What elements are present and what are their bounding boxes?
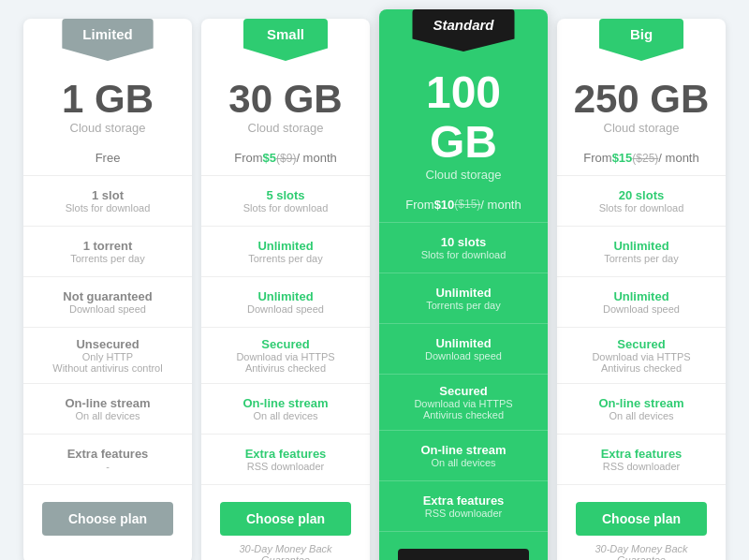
plan-feature-standard-3: SecuredDownload via HTTPS Antivirus chec… bbox=[379, 375, 548, 431]
feature-sub-small-3: Download via HTTPS Antivirus checked bbox=[236, 351, 334, 374]
feature-sub-limited-1: Torrents per day bbox=[70, 253, 144, 264]
badge-label-standard: Standard bbox=[412, 9, 514, 52]
price-strike-standard: ($15) bbox=[454, 198, 480, 211]
storage-size-standard: 100 GB bbox=[389, 68, 538, 168]
price-strike-big: ($25) bbox=[632, 152, 658, 165]
feature-main-small-3: Secured bbox=[261, 337, 309, 351]
feature-main-limited-1: 1 torrent bbox=[83, 239, 133, 253]
plan-action-big: Choose plan30-Day Money Back Guarantee bbox=[557, 485, 726, 560]
feature-sub-standard-4: On all devices bbox=[431, 457, 495, 468]
feature-sub-limited-0: Slots for download bbox=[66, 202, 151, 214]
plan-feature-small-5: Extra featuresRSS downloader bbox=[201, 435, 370, 485]
plan-price-limited: Free bbox=[23, 140, 192, 176]
feature-sub-standard-3: Download via HTTPS Antivirus checked bbox=[414, 398, 512, 420]
feature-main-standard-2: Unlimited bbox=[435, 336, 491, 350]
feature-main-small-4: On-line stream bbox=[242, 396, 328, 410]
feature-main-limited-3: Unsecured bbox=[76, 337, 139, 351]
plan-card-small: Small30 GBCloud storageFrom $5 ($9) / mo… bbox=[201, 19, 370, 560]
feature-sub-big-3: Download via HTTPS Antivirus checked bbox=[592, 351, 690, 374]
feature-main-small-5: Extra features bbox=[245, 447, 327, 461]
plan-badge-limited: Limited bbox=[23, 19, 192, 61]
plan-price-small: From $5 ($9) / month bbox=[201, 140, 370, 176]
plan-feature-big-4: On-line streamOn all devices bbox=[557, 384, 726, 435]
plan-feature-limited-5: Extra features- bbox=[23, 435, 192, 485]
feature-main-standard-0: 10 slots bbox=[441, 235, 486, 249]
badge-label-small: Small bbox=[243, 19, 328, 61]
feature-main-limited-0: 1 slot bbox=[92, 188, 124, 202]
choose-btn-big[interactable]: Choose plan bbox=[576, 502, 707, 536]
feature-main-limited-2: Not guaranteed bbox=[63, 289, 152, 303]
badge-label-limited: Limited bbox=[62, 19, 153, 61]
feature-main-limited-4: On-line stream bbox=[65, 396, 150, 410]
feature-main-small-1: Unlimited bbox=[257, 239, 313, 253]
plan-storage-big: 250 GBCloud storage bbox=[557, 61, 726, 140]
feature-sub-limited-2: Download speed bbox=[69, 303, 146, 315]
plan-feature-small-4: On-line streamOn all devices bbox=[201, 384, 370, 435]
feature-main-standard-4: On-line stream bbox=[420, 443, 506, 457]
plan-price-standard: From $10 ($15) / month bbox=[379, 187, 548, 223]
plan-feature-limited-0: 1 slotSlots for download bbox=[23, 176, 192, 227]
guarantee-text-big: 30-Day Money Back Guarantee bbox=[576, 543, 707, 560]
feature-sub-standard-2: Download speed bbox=[425, 350, 502, 361]
plan-feature-small-0: 5 slotsSlots for download bbox=[201, 176, 370, 227]
plan-card-big: Big250 GBCloud storageFrom $15 ($25) / m… bbox=[557, 19, 726, 560]
pricing-container: Limited1 GBCloud storageFree1 slotSlots … bbox=[19, 19, 730, 560]
choose-btn-standard[interactable]: Choose plan bbox=[398, 549, 529, 560]
plan-card-standard: Standard100 GBCloud storageFrom $10 ($15… bbox=[379, 9, 548, 560]
feature-sub-big-1: Torrents per day bbox=[604, 253, 678, 264]
feature-sub-big-5: RSS downloader bbox=[603, 461, 681, 472]
feature-main-big-0: 20 slots bbox=[619, 188, 664, 202]
plan-feature-big-1: UnlimitedTorrents per day bbox=[557, 227, 726, 277]
storage-size-small: 30 GB bbox=[211, 78, 360, 121]
plan-badge-standard: Standard bbox=[379, 9, 548, 52]
plan-feature-big-3: SecuredDownload via HTTPS Antivirus chec… bbox=[557, 328, 726, 384]
storage-label-standard: Cloud storage bbox=[389, 168, 538, 182]
plan-feature-big-0: 20 slotsSlots for download bbox=[557, 176, 726, 227]
feature-sub-big-0: Slots for download bbox=[599, 202, 684, 214]
plan-feature-big-2: UnlimitedDownload speed bbox=[557, 277, 726, 328]
plan-feature-standard-2: UnlimitedDownload speed bbox=[379, 324, 548, 375]
choose-btn-limited[interactable]: Choose plan bbox=[42, 502, 173, 536]
plan-feature-standard-1: UnlimitedTorrents per day bbox=[379, 273, 548, 324]
plan-feature-limited-1: 1 torrentTorrents per day bbox=[23, 227, 192, 277]
price-strike-small: ($9) bbox=[276, 152, 296, 165]
feature-main-big-4: On-line stream bbox=[598, 396, 683, 410]
choose-btn-small[interactable]: Choose plan bbox=[220, 502, 351, 536]
plan-feature-limited-2: Not guaranteedDownload speed bbox=[23, 277, 192, 328]
plan-feature-standard-5: Extra featuresRSS downloader bbox=[379, 481, 548, 532]
feature-main-standard-3: Secured bbox=[439, 384, 487, 398]
feature-sub-small-0: Slots for download bbox=[243, 202, 329, 214]
storage-label-small: Cloud storage bbox=[211, 121, 360, 135]
plan-badge-big: Big bbox=[557, 19, 726, 61]
feature-main-big-2: Unlimited bbox=[613, 289, 668, 303]
plan-feature-small-3: SecuredDownload via HTTPS Antivirus chec… bbox=[201, 328, 370, 384]
feature-sub-standard-0: Slots for download bbox=[421, 249, 507, 260]
plan-feature-small-1: UnlimitedTorrents per day bbox=[201, 227, 370, 277]
storage-size-limited: 1 GB bbox=[33, 78, 183, 121]
storage-label-limited: Cloud storage bbox=[33, 121, 183, 135]
feature-sub-big-2: Download speed bbox=[603, 303, 680, 315]
feature-main-limited-5: Extra features bbox=[67, 447, 149, 461]
plan-feature-standard-4: On-line streamOn all devices bbox=[379, 431, 548, 481]
plan-card-limited: Limited1 GBCloud storageFree1 slotSlots … bbox=[23, 19, 192, 560]
feature-main-standard-1: Unlimited bbox=[435, 286, 491, 300]
feature-sub-limited-4: On all devices bbox=[75, 410, 140, 421]
feature-sub-small-5: RSS downloader bbox=[247, 461, 325, 472]
plan-action-limited: Choose plan bbox=[23, 485, 192, 545]
price-highlight-standard: $10 bbox=[434, 198, 455, 212]
feature-main-standard-5: Extra features bbox=[423, 494, 505, 508]
guarantee-text-small: 30-Day Money Back Guarantee bbox=[220, 543, 351, 560]
plan-badge-small: Small bbox=[201, 19, 370, 61]
feature-sub-big-4: On all devices bbox=[609, 410, 673, 421]
plan-feature-limited-3: UnsecuredOnly HTTP Without antivirus con… bbox=[23, 328, 192, 384]
feature-main-big-3: Secured bbox=[617, 337, 665, 351]
feature-main-big-1: Unlimited bbox=[613, 239, 668, 253]
feature-main-small-0: 5 slots bbox=[266, 188, 304, 202]
plan-storage-small: 30 GBCloud storage bbox=[201, 61, 370, 140]
plan-feature-limited-4: On-line streamOn all devices bbox=[23, 384, 192, 435]
feature-sub-small-1: Torrents per day bbox=[248, 253, 322, 264]
storage-label-big: Cloud storage bbox=[566, 121, 716, 135]
plan-storage-limited: 1 GBCloud storage bbox=[23, 61, 192, 140]
feature-sub-limited-5: - bbox=[106, 461, 110, 472]
feature-main-small-2: Unlimited bbox=[257, 289, 313, 303]
